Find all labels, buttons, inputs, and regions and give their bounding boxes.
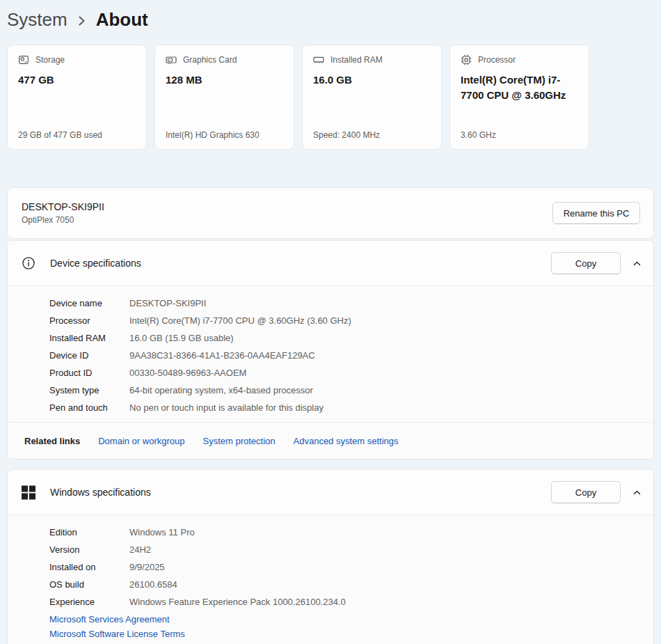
pc-name-panel: DESKTOP-SKI9PII OptiPlex 7050 Rename thi… xyxy=(7,187,654,239)
spec-value: 64-bit operating system, x64-based proce… xyxy=(129,385,639,395)
link-domain-or-workgroup[interactable]: Domain or workgroup xyxy=(98,436,184,446)
spec-label: Installed on xyxy=(49,562,129,572)
copy-device-specs-button[interactable]: Copy xyxy=(551,252,621,274)
windows-logo-icon xyxy=(22,485,35,500)
card-label: Graphics Card xyxy=(183,55,237,65)
processor-icon xyxy=(461,54,472,65)
spec-row-installed-ram: Installed RAM 16.0 GB (15.9 GB usable) xyxy=(49,329,639,347)
spec-label: System type xyxy=(49,385,129,395)
device-spec-rows: Device name DESKTOP-SKI9PII Processor In… xyxy=(8,286,653,422)
spec-row-os-build: OS build 26100.6584 xyxy=(49,576,639,593)
card-detail: 29 GB of 477 GB used xyxy=(18,130,136,140)
link-system-protection[interactable]: System protection xyxy=(202,436,275,446)
graphics-card-icon xyxy=(166,54,177,65)
rename-pc-button[interactable]: Rename this PC xyxy=(552,202,640,224)
breadcrumb: System About xyxy=(7,7,654,32)
card-detail: Intel(R) HD Graphics 630 xyxy=(166,130,283,140)
device-specifications-header[interactable]: Device specifications Copy xyxy=(8,241,653,285)
link-microsoft-software-license-terms[interactable]: Microsoft Software License Terms xyxy=(49,627,639,641)
chevron-up-icon[interactable] xyxy=(632,259,642,268)
card-detail: Speed: 2400 MHz xyxy=(313,130,431,140)
device-specifications-section: Device specifications Copy Device name D… xyxy=(7,240,654,460)
chevron-up-icon[interactable] xyxy=(632,488,642,497)
storage-icon xyxy=(18,54,29,65)
spec-label: Device name xyxy=(49,298,129,308)
copy-windows-specs-button[interactable]: Copy xyxy=(551,481,621,503)
spec-value: 16.0 GB (15.9 GB usable) xyxy=(129,333,639,343)
spec-row-device-id: Device ID 9AA38C31-8366-41A1-B236-0AA4EA… xyxy=(49,347,639,364)
card-label: Installed RAM xyxy=(330,55,383,65)
spec-value: No pen or touch input is available for t… xyxy=(129,402,639,413)
spec-label: Experience xyxy=(49,597,129,607)
spec-value: Intel(R) Core(TM) i7-7700 CPU @ 3.60GHz … xyxy=(129,315,639,326)
processor-card: Processor Intel(R) Core(TM) i7-7700 CPU … xyxy=(449,45,589,150)
card-value: Intel(R) Core(TM) i7-7700 CPU @ 3.60GHz xyxy=(461,72,578,103)
spec-label: Product ID xyxy=(49,368,129,378)
windows-specifications-header[interactable]: Windows specifications Copy xyxy=(8,470,653,515)
spec-row-product-id: Product ID 00330-50489-96963-AAOEM xyxy=(49,364,639,382)
link-advanced-system-settings[interactable]: Advanced system settings xyxy=(294,436,399,446)
spec-row-edition: Edition Windows 11 Pro xyxy=(49,524,639,541)
spec-value: DESKTOP-SKI9PII xyxy=(129,298,639,308)
installed-ram-card: Installed RAM 16.0 GB Speed: 2400 MHz xyxy=(302,45,442,150)
summary-cards: Storage 477 GB 29 GB of 477 GB used Grap… xyxy=(7,45,654,150)
pc-model: OptiPlex 7050 xyxy=(22,215,104,225)
windows-specifications-section: Windows specifications Copy Edition Wind… xyxy=(7,469,654,644)
device-specifications-body: Device name DESKTOP-SKI9PII Processor In… xyxy=(8,285,653,459)
pc-identity: DESKTOP-SKI9PII OptiPlex 7050 xyxy=(22,201,104,225)
spec-label: Pen and touch xyxy=(49,402,129,413)
card-value: 16.0 GB xyxy=(313,72,431,88)
breadcrumb-about: About xyxy=(96,9,148,31)
related-links-row: Related links Domain or workgroup System… xyxy=(8,422,653,459)
spec-row-system-type: System type 64-bit operating system, x64… xyxy=(49,382,639,399)
spec-row-processor: Processor Intel(R) Core(TM) i7-7700 CPU … xyxy=(49,312,639,329)
card-label: Storage xyxy=(35,55,65,65)
spec-label: Edition xyxy=(49,527,129,537)
section-title: Windows specifications xyxy=(50,487,551,498)
info-icon xyxy=(22,256,35,270)
spec-row-pen-and-touch: Pen and touch No pen or touch input is a… xyxy=(49,399,639,416)
spec-label: Version xyxy=(49,544,129,555)
link-microsoft-services-agreement[interactable]: Microsoft Services Agreement xyxy=(49,612,639,627)
chevron-right-icon xyxy=(78,15,86,27)
spec-row-version: Version 24H2 xyxy=(49,541,639,558)
card-detail: 3.60 GHz xyxy=(461,130,578,140)
windows-specifications-body: Edition Windows 11 Pro Version 24H2 Inst… xyxy=(8,515,653,644)
spec-value: 9AA38C31-8366-41A1-B236-0AA4EAF129AC xyxy=(129,350,639,361)
spec-value: 26100.6584 xyxy=(129,579,639,590)
spec-row-experience: Experience Windows Feature Experience Pa… xyxy=(49,593,639,611)
spec-value: 24H2 xyxy=(129,544,639,555)
spec-value: Windows 11 Pro xyxy=(129,527,639,537)
related-links-label: Related links xyxy=(24,436,80,446)
spec-value: Windows Feature Experience Pack 1000.261… xyxy=(129,597,639,607)
pc-name: DESKTOP-SKI9PII xyxy=(22,201,104,212)
spec-label: Installed RAM xyxy=(49,333,129,343)
card-value: 128 MB xyxy=(166,72,283,88)
breadcrumb-system[interactable]: System xyxy=(7,9,67,31)
windows-spec-rows: Edition Windows 11 Pro Version 24H2 Inst… xyxy=(8,515,653,611)
ram-icon xyxy=(313,54,324,65)
settings-about-page: System About Storage 477 GB 29 GB of 477… xyxy=(0,0,661,644)
spec-row-installed-on: Installed on 9/9/2025 xyxy=(49,558,639,576)
spec-row-device-name: Device name DESKTOP-SKI9PII xyxy=(49,294,639,312)
windows-license-links: Microsoft Services Agreement Microsoft S… xyxy=(8,611,653,644)
storage-card: Storage 477 GB 29 GB of 477 GB used xyxy=(7,45,147,150)
spec-label: Device ID xyxy=(49,350,129,361)
graphics-card-card: Graphics Card 128 MB Intel(R) HD Graphic… xyxy=(154,45,294,150)
spec-label: OS build xyxy=(49,579,129,590)
spec-label: Processor xyxy=(49,315,129,326)
card-label: Processor xyxy=(478,55,516,65)
spec-value: 00330-50489-96963-AAOEM xyxy=(129,368,639,378)
spec-value: 9/9/2025 xyxy=(129,562,639,572)
section-title: Device specifications xyxy=(50,258,551,269)
card-value: 477 GB xyxy=(18,72,136,88)
